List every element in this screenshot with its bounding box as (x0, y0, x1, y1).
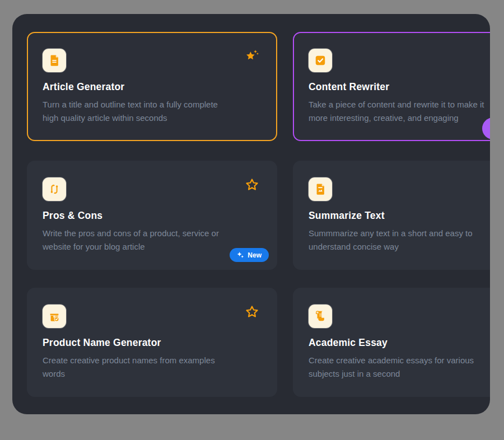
document-chart-icon (309, 177, 332, 201)
new-badge-label: New (248, 251, 262, 259)
tools-panel: Article Generator Turn a title and outli… (12, 14, 490, 414)
favorite-star-filled-icon[interactable] (245, 49, 259, 63)
card-description: Summmarize any text in a short and easy … (309, 227, 490, 254)
card-description: Create creative product names from examp… (43, 354, 262, 381)
favorite-star-outline-icon[interactable] (245, 305, 259, 319)
card-description: Write the pros and cons of a product, se… (43, 227, 262, 254)
new-badge: New (230, 248, 269, 262)
card-description: Turn a title and outline text into a ful… (43, 98, 262, 125)
sparkle-icon (237, 251, 244, 259)
document-icon (43, 49, 66, 72)
scroll-icon (309, 305, 332, 328)
product-box-check-icon (43, 305, 66, 328)
card-summarize-text[interactable]: Summarize Text Summmarize any text in a … (293, 161, 490, 270)
card-title: Academic Essay (309, 337, 490, 349)
card-title: Content Rewriter (309, 81, 490, 93)
card-content-rewriter[interactable]: Content Rewriter Take a piece of content… (293, 32, 490, 141)
card-title: Product Name Generator (43, 337, 262, 349)
card-title: Article Generator (43, 81, 262, 93)
card-academic-essay[interactable]: Academic Essay Create creative academic … (293, 288, 490, 397)
card-description: Take a piece of content and rewrite it t… (309, 98, 490, 125)
card-title: Pros & Cons (43, 210, 262, 222)
swap-arrows-icon (43, 177, 66, 201)
card-pros-and-cons[interactable]: Pros & Cons Write the pros and cons of a… (27, 161, 277, 270)
card-product-name-generator[interactable]: Product Name Generator Create creative p… (27, 288, 277, 397)
favorite-star-outline-icon[interactable] (245, 177, 259, 192)
card-article-generator[interactable]: Article Generator Turn a title and outli… (27, 32, 277, 141)
checkbox-checked-icon (309, 49, 332, 72)
card-description: Create creative academic essays for vari… (309, 354, 490, 381)
card-title: Summarize Text (309, 210, 490, 222)
